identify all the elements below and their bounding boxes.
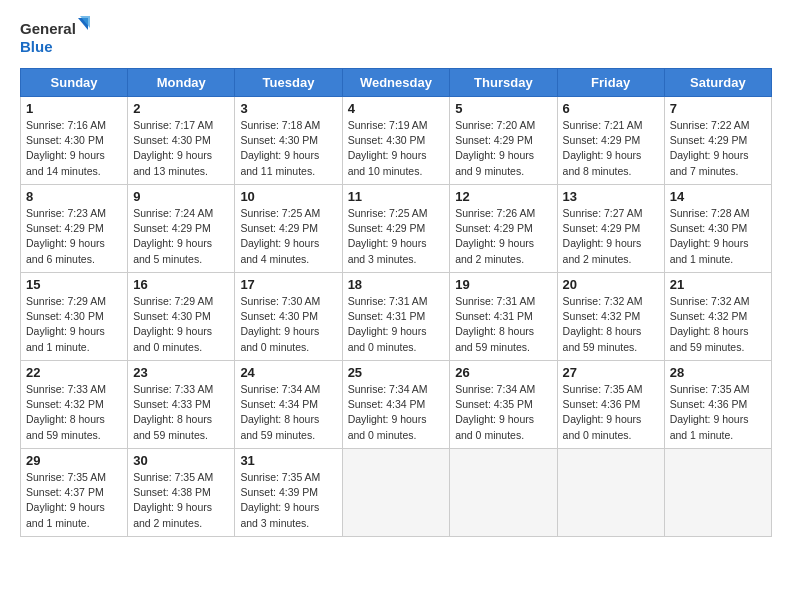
day-info: Sunrise: 7:35 AMSunset: 4:38 PMDaylight:… [133, 470, 229, 531]
calendar-cell [342, 449, 450, 537]
svg-text:Blue: Blue [20, 38, 53, 55]
calendar-cell: 15Sunrise: 7:29 AMSunset: 4:30 PMDayligh… [21, 273, 128, 361]
day-number: 7 [670, 101, 766, 116]
calendar-cell: 27Sunrise: 7:35 AMSunset: 4:36 PMDayligh… [557, 361, 664, 449]
svg-text:General: General [20, 20, 76, 37]
calendar-cell: 1Sunrise: 7:16 AMSunset: 4:30 PMDaylight… [21, 97, 128, 185]
day-header-saturday: Saturday [664, 69, 771, 97]
day-info: Sunrise: 7:27 AMSunset: 4:29 PMDaylight:… [563, 206, 659, 267]
day-number: 23 [133, 365, 229, 380]
day-number: 28 [670, 365, 766, 380]
calendar-cell: 22Sunrise: 7:33 AMSunset: 4:32 PMDayligh… [21, 361, 128, 449]
day-number: 9 [133, 189, 229, 204]
day-info: Sunrise: 7:35 AMSunset: 4:39 PMDaylight:… [240, 470, 336, 531]
day-info: Sunrise: 7:35 AMSunset: 4:36 PMDaylight:… [563, 382, 659, 443]
day-header-tuesday: Tuesday [235, 69, 342, 97]
calendar-cell: 19Sunrise: 7:31 AMSunset: 4:31 PMDayligh… [450, 273, 557, 361]
calendar-cell: 26Sunrise: 7:34 AMSunset: 4:35 PMDayligh… [450, 361, 557, 449]
day-info: Sunrise: 7:32 AMSunset: 4:32 PMDaylight:… [670, 294, 766, 355]
day-number: 6 [563, 101, 659, 116]
calendar-cell: 18Sunrise: 7:31 AMSunset: 4:31 PMDayligh… [342, 273, 450, 361]
day-number: 21 [670, 277, 766, 292]
week-row-1: 1Sunrise: 7:16 AMSunset: 4:30 PMDaylight… [21, 97, 772, 185]
day-info: Sunrise: 7:17 AMSunset: 4:30 PMDaylight:… [133, 118, 229, 179]
calendar-cell: 25Sunrise: 7:34 AMSunset: 4:34 PMDayligh… [342, 361, 450, 449]
calendar-cell: 29Sunrise: 7:35 AMSunset: 4:37 PMDayligh… [21, 449, 128, 537]
day-number: 22 [26, 365, 122, 380]
day-info: Sunrise: 7:25 AMSunset: 4:29 PMDaylight:… [348, 206, 445, 267]
calendar-cell: 31Sunrise: 7:35 AMSunset: 4:39 PMDayligh… [235, 449, 342, 537]
logo: General Blue [20, 16, 90, 58]
day-number: 16 [133, 277, 229, 292]
calendar-cell: 21Sunrise: 7:32 AMSunset: 4:32 PMDayligh… [664, 273, 771, 361]
day-number: 19 [455, 277, 551, 292]
day-info: Sunrise: 7:33 AMSunset: 4:33 PMDaylight:… [133, 382, 229, 443]
calendar-cell [664, 449, 771, 537]
header-row: SundayMondayTuesdayWednesdayThursdayFrid… [21, 69, 772, 97]
calendar-cell: 14Sunrise: 7:28 AMSunset: 4:30 PMDayligh… [664, 185, 771, 273]
day-info: Sunrise: 7:29 AMSunset: 4:30 PMDaylight:… [26, 294, 122, 355]
day-info: Sunrise: 7:34 AMSunset: 4:34 PMDaylight:… [348, 382, 445, 443]
day-header-wednesday: Wednesday [342, 69, 450, 97]
day-number: 4 [348, 101, 445, 116]
day-number: 15 [26, 277, 122, 292]
day-number: 27 [563, 365, 659, 380]
calendar-cell: 9Sunrise: 7:24 AMSunset: 4:29 PMDaylight… [128, 185, 235, 273]
day-info: Sunrise: 7:34 AMSunset: 4:35 PMDaylight:… [455, 382, 551, 443]
week-row-2: 8Sunrise: 7:23 AMSunset: 4:29 PMDaylight… [21, 185, 772, 273]
calendar-cell: 20Sunrise: 7:32 AMSunset: 4:32 PMDayligh… [557, 273, 664, 361]
logo-svg: General Blue [20, 16, 90, 58]
day-info: Sunrise: 7:28 AMSunset: 4:30 PMDaylight:… [670, 206, 766, 267]
day-info: Sunrise: 7:33 AMSunset: 4:32 PMDaylight:… [26, 382, 122, 443]
day-number: 8 [26, 189, 122, 204]
day-number: 13 [563, 189, 659, 204]
day-info: Sunrise: 7:35 AMSunset: 4:36 PMDaylight:… [670, 382, 766, 443]
calendar-cell: 30Sunrise: 7:35 AMSunset: 4:38 PMDayligh… [128, 449, 235, 537]
day-info: Sunrise: 7:29 AMSunset: 4:30 PMDaylight:… [133, 294, 229, 355]
day-number: 5 [455, 101, 551, 116]
day-info: Sunrise: 7:22 AMSunset: 4:29 PMDaylight:… [670, 118, 766, 179]
day-info: Sunrise: 7:19 AMSunset: 4:30 PMDaylight:… [348, 118, 445, 179]
day-info: Sunrise: 7:34 AMSunset: 4:34 PMDaylight:… [240, 382, 336, 443]
day-number: 26 [455, 365, 551, 380]
day-number: 30 [133, 453, 229, 468]
day-number: 31 [240, 453, 336, 468]
day-number: 14 [670, 189, 766, 204]
calendar-cell: 11Sunrise: 7:25 AMSunset: 4:29 PMDayligh… [342, 185, 450, 273]
day-info: Sunrise: 7:21 AMSunset: 4:29 PMDaylight:… [563, 118, 659, 179]
day-info: Sunrise: 7:25 AMSunset: 4:29 PMDaylight:… [240, 206, 336, 267]
calendar-cell: 5Sunrise: 7:20 AMSunset: 4:29 PMDaylight… [450, 97, 557, 185]
day-info: Sunrise: 7:31 AMSunset: 4:31 PMDaylight:… [455, 294, 551, 355]
week-row-3: 15Sunrise: 7:29 AMSunset: 4:30 PMDayligh… [21, 273, 772, 361]
calendar-cell: 17Sunrise: 7:30 AMSunset: 4:30 PMDayligh… [235, 273, 342, 361]
calendar-cell: 8Sunrise: 7:23 AMSunset: 4:29 PMDaylight… [21, 185, 128, 273]
day-number: 1 [26, 101, 122, 116]
header: General Blue [20, 16, 772, 58]
day-number: 18 [348, 277, 445, 292]
day-number: 2 [133, 101, 229, 116]
calendar-cell: 2Sunrise: 7:17 AMSunset: 4:30 PMDaylight… [128, 97, 235, 185]
day-number: 25 [348, 365, 445, 380]
day-number: 24 [240, 365, 336, 380]
day-info: Sunrise: 7:20 AMSunset: 4:29 PMDaylight:… [455, 118, 551, 179]
calendar-cell: 24Sunrise: 7:34 AMSunset: 4:34 PMDayligh… [235, 361, 342, 449]
calendar-cell: 16Sunrise: 7:29 AMSunset: 4:30 PMDayligh… [128, 273, 235, 361]
day-number: 11 [348, 189, 445, 204]
day-number: 29 [26, 453, 122, 468]
day-header-thursday: Thursday [450, 69, 557, 97]
calendar-cell: 23Sunrise: 7:33 AMSunset: 4:33 PMDayligh… [128, 361, 235, 449]
day-info: Sunrise: 7:31 AMSunset: 4:31 PMDaylight:… [348, 294, 445, 355]
day-info: Sunrise: 7:18 AMSunset: 4:30 PMDaylight:… [240, 118, 336, 179]
day-number: 17 [240, 277, 336, 292]
day-number: 3 [240, 101, 336, 116]
calendar-table: SundayMondayTuesdayWednesdayThursdayFrid… [20, 68, 772, 537]
calendar-cell: 4Sunrise: 7:19 AMSunset: 4:30 PMDaylight… [342, 97, 450, 185]
day-info: Sunrise: 7:16 AMSunset: 4:30 PMDaylight:… [26, 118, 122, 179]
day-header-friday: Friday [557, 69, 664, 97]
day-info: Sunrise: 7:24 AMSunset: 4:29 PMDaylight:… [133, 206, 229, 267]
day-number: 12 [455, 189, 551, 204]
day-header-sunday: Sunday [21, 69, 128, 97]
calendar-cell: 7Sunrise: 7:22 AMSunset: 4:29 PMDaylight… [664, 97, 771, 185]
calendar-cell: 12Sunrise: 7:26 AMSunset: 4:29 PMDayligh… [450, 185, 557, 273]
day-info: Sunrise: 7:23 AMSunset: 4:29 PMDaylight:… [26, 206, 122, 267]
